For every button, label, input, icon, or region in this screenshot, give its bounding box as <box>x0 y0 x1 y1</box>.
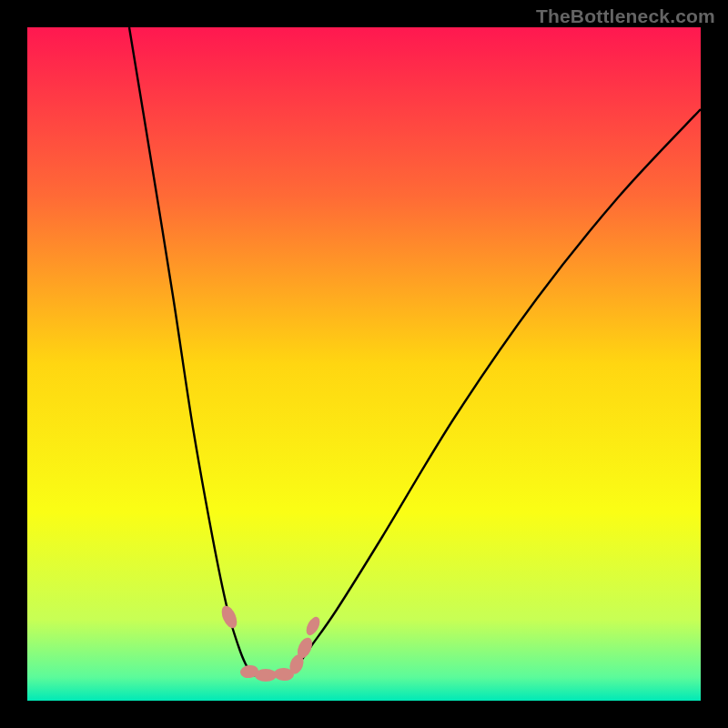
watermark-text: TheBottleneck.com <box>536 5 715 27</box>
curve-layer <box>27 27 701 701</box>
curve-left <box>129 27 253 675</box>
chart-area <box>27 27 701 701</box>
frame: TheBottleneck.com <box>0 0 728 728</box>
curve-right <box>289 109 701 675</box>
marker-dot <box>218 603 239 630</box>
marker-group <box>218 603 322 682</box>
marker-dot <box>255 669 277 682</box>
